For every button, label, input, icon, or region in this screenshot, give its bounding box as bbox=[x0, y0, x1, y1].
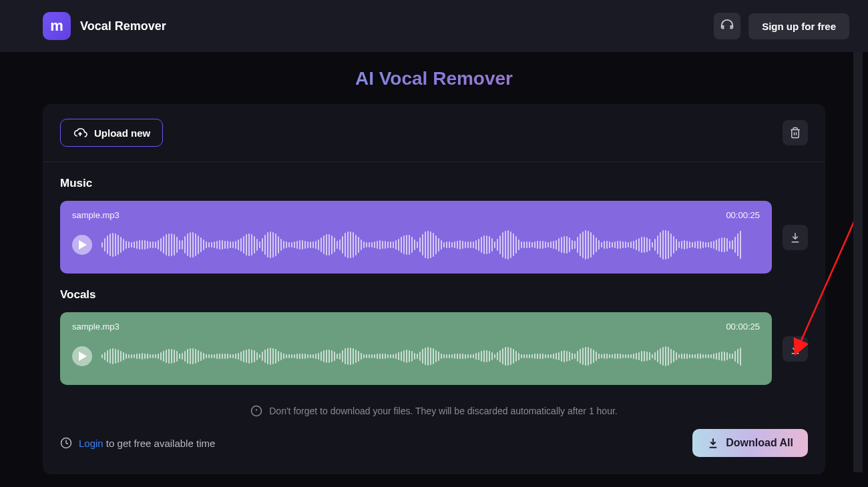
music-play-button[interactable] bbox=[72, 235, 92, 255]
notice-text: Don't forget to download your files. The… bbox=[269, 406, 617, 416]
music-track-body bbox=[72, 227, 760, 263]
vocals-track-header: sample.mp3 00:00:25 bbox=[72, 322, 760, 332]
header-left: m Vocal Remover bbox=[43, 12, 166, 40]
info-icon bbox=[250, 405, 262, 417]
music-download-button[interactable] bbox=[783, 225, 808, 250]
main-card: Upload new Music sample.mp3 00:00:25 bbox=[43, 104, 825, 474]
app-title: Vocal Remover bbox=[80, 19, 166, 33]
app-logo[interactable]: m bbox=[43, 12, 71, 40]
vocals-duration: 00:00:25 bbox=[726, 322, 760, 332]
vocals-track-row: sample.mp3 00:00:25 bbox=[60, 312, 808, 385]
support-button[interactable] bbox=[714, 13, 740, 39]
app-header: m Vocal Remover Sign up for free bbox=[0, 0, 868, 52]
header-right: Sign up for free bbox=[714, 13, 849, 39]
upload-label: Upload new bbox=[94, 127, 150, 139]
vertical-scrollbar[interactable] bbox=[853, 52, 863, 472]
music-section-title: Music bbox=[60, 177, 808, 190]
music-track-row: sample.mp3 00:00:25 bbox=[60, 201, 808, 274]
download-all-button[interactable]: Download All bbox=[692, 429, 808, 457]
delete-button[interactable] bbox=[783, 120, 808, 145]
music-track-header: sample.mp3 00:00:25 bbox=[72, 210, 760, 220]
upload-button[interactable]: Upload new bbox=[60, 119, 163, 147]
music-duration: 00:00:25 bbox=[726, 210, 760, 220]
login-tail: to get free available time bbox=[103, 438, 216, 449]
vocals-track-body bbox=[72, 338, 760, 374]
page-title: AI Vocal Remover bbox=[0, 68, 868, 89]
music-filename: sample.mp3 bbox=[72, 210, 120, 220]
vocals-section-title: Vocals bbox=[60, 288, 808, 302]
play-icon bbox=[79, 352, 87, 361]
music-track-card: sample.mp3 00:00:25 bbox=[60, 201, 772, 274]
vocals-play-button[interactable] bbox=[72, 346, 92, 366]
download-icon bbox=[707, 437, 719, 449]
card-toolbar: Upload new bbox=[43, 104, 825, 162]
play-icon bbox=[79, 240, 87, 250]
download-icon bbox=[789, 231, 801, 244]
music-waveform[interactable] bbox=[101, 227, 760, 263]
discard-notice: Don't forget to download your files. The… bbox=[43, 385, 825, 429]
trash-icon bbox=[789, 127, 801, 139]
clock-icon bbox=[60, 437, 72, 449]
headset-icon bbox=[720, 19, 734, 33]
footer-row: Login to get free available time Downloa… bbox=[43, 429, 825, 474]
vocals-filename: sample.mp3 bbox=[72, 322, 120, 332]
vocals-section: Vocals sample.mp3 00:00:25 bbox=[43, 274, 825, 385]
download-icon bbox=[789, 343, 801, 355]
cloud-upload-icon bbox=[73, 126, 87, 139]
vocals-waveform[interactable] bbox=[101, 338, 760, 374]
music-section: Music sample.mp3 00:00:25 bbox=[43, 162, 825, 274]
login-row: Login to get free available time bbox=[60, 437, 215, 449]
signup-button[interactable]: Sign up for free bbox=[748, 13, 849, 39]
download-all-label: Download All bbox=[726, 437, 793, 449]
vocals-track-card: sample.mp3 00:00:25 bbox=[60, 312, 772, 385]
vocals-download-button[interactable] bbox=[783, 336, 808, 362]
login-link[interactable]: Login bbox=[79, 438, 103, 449]
